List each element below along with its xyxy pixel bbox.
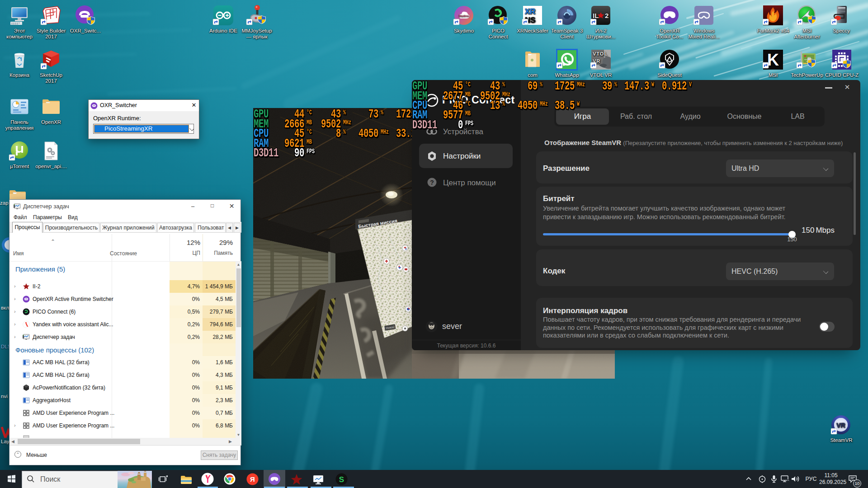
svg-text:XR: XR xyxy=(525,7,536,16)
svg-text:VTOL: VTOL xyxy=(593,51,608,56)
svg-text:IL: IL xyxy=(593,12,599,19)
svg-text:K: K xyxy=(767,51,779,69)
svg-text:2: 2 xyxy=(605,12,609,19)
svg-text:VR: VR xyxy=(836,422,845,429)
svg-text:Skydimo: Skydimo xyxy=(458,14,469,17)
svg-text:?: ? xyxy=(430,179,434,186)
